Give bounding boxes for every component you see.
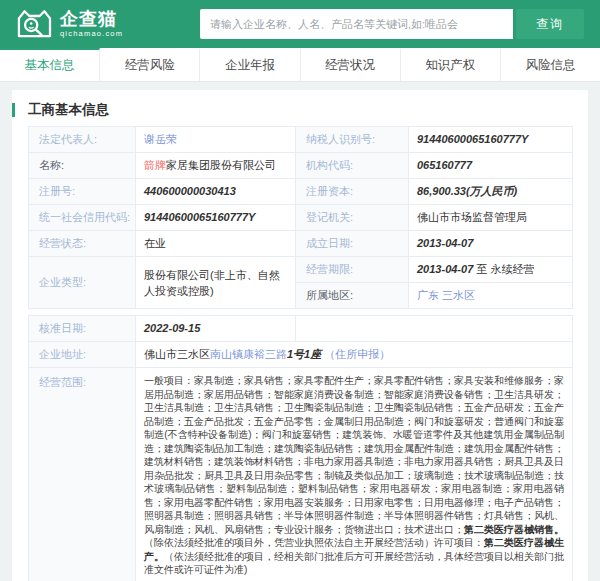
field-value-op-period: 2013-04-07 至 永续经营 (409, 257, 573, 283)
field-label-approval-date: 核准日期: (29, 316, 136, 342)
field-value-taxpayer-id: 91440600065160777Y (409, 127, 573, 153)
field-label-company-name: 名称: (29, 153, 136, 179)
field-label-est-date: 成立日期: (296, 231, 409, 257)
search-bar: 查询 (200, 9, 585, 39)
field-value-org-code: 065160777 (409, 153, 573, 179)
field-label-address: 企业地址: (29, 342, 136, 368)
field-value-credit-code: 91440600065160777Y (136, 205, 296, 231)
tab-basic-info[interactable]: 基本信息 (0, 48, 100, 81)
field-value-address: 佛山市三水区南山镇康裕三路1号1座 （住所申报） (136, 342, 573, 368)
field-label-reg-capital: 注册资本: (296, 179, 409, 205)
address-road-link[interactable]: 南山镇康裕三路 (210, 348, 287, 360)
field-label-op-period: 经营期限: (296, 257, 409, 283)
field-value-est-date: 2013-04-07 (409, 231, 573, 257)
accent-bar (12, 103, 15, 117)
field-label-legal-rep: 法定代表人: (29, 127, 136, 153)
main-content: 工商基本信息 法定代表人: 谢岳荣 纳税人识别号: 91440600065160… (0, 82, 600, 581)
field-value-reg-no: 440600000030413 (136, 179, 296, 205)
field-value-region: 广东 三水区 (409, 283, 573, 309)
tab-bar: 基本信息 经营风险 企业年报 经营状况 知识产权 风险信息 (0, 48, 600, 82)
logo-text: 企查猫 qichamao.com (60, 10, 123, 38)
region-link[interactable]: 广东 三水区 (417, 289, 475, 301)
table-row: 法定代表人: 谢岳荣 纳税人识别号: 91440600065160777Y (29, 127, 573, 153)
scope-medical-sales: 第二类医疗器械销售。 (464, 524, 564, 535)
info-table-primary: 法定代表人: 谢岳荣 纳税人识别号: 91440600065160777Y 名称… (28, 126, 573, 309)
info-table-secondary: 核准日期: 2022-09-15 企业地址: 佛山市三水区南山镇康裕三路1号1座… (28, 315, 573, 581)
logo-domain: qichamao.com (60, 29, 123, 38)
address-part: 佛山市三水区 (144, 348, 210, 360)
field-label-reg-no: 注册号: (29, 179, 136, 205)
address-number: 1号1座 (287, 348, 321, 360)
reg-no-value: 440600000030413 (144, 185, 236, 197)
field-label-business-scope: 经营范围: (29, 368, 136, 581)
page: 企查猫 qichamao.com 查询 基本信息 经营风险 企业年报 经营状况 … (0, 0, 600, 581)
est-date-value: 2013-04-07 (417, 237, 473, 249)
field-value-approval-date: 2022-09-15 (136, 316, 296, 342)
table-row: 经营状态: 在业 成立日期: 2013-04-07 (29, 231, 573, 257)
taxpayer-id-value: 91440600065160777Y (417, 133, 528, 145)
cat-logo-icon (15, 8, 53, 40)
field-value-company-name: 箭牌家居集团股份有限公司 (136, 153, 296, 179)
credit-code-value: 91440600065160777Y (144, 211, 255, 223)
table-row: 名称: 箭牌家居集团股份有限公司 机构代码: 065160777 (29, 153, 573, 179)
field-label-status: 经营状态: (29, 231, 136, 257)
tab-annual-report[interactable]: 企业年报 (200, 48, 300, 81)
field-value-reg-capital: 86,900.33(万人民币) (409, 179, 573, 205)
field-value-company-type: 股份有限公司(非上市、自然人投资或控股) (136, 257, 296, 309)
search-button[interactable]: 查询 (516, 9, 584, 39)
tab-operation-risk[interactable]: 经营风险 (100, 48, 200, 81)
approval-date-value: 2022-09-15 (144, 322, 200, 334)
table-row: 统一社会信用代码: 91440600065160777Y 登记机关: 佛山市市场… (29, 205, 573, 231)
table-row: 企业类型: 股份有限公司(非上市、自然人投资或控股) 经营期限: 2013-04… (29, 257, 573, 283)
op-period-rest: 至 永续经营 (473, 263, 534, 275)
logo-title: 企查猫 (60, 10, 123, 29)
field-value-business-scope: 一般项目：家具制造；家具销售；家具零配件生产；家具零配件销售；家具安装和维修服务… (136, 368, 573, 581)
reg-capital-value: 86,900.33(万人民币) (417, 185, 517, 197)
field-label-credit-code: 统一社会信用代码: (29, 205, 136, 231)
scope-general-items: 一般项目：家具制造；家具销售；家具零配件生产；家具零配件销售；家具安装和维修服务… (144, 375, 564, 535)
table-row: 经营范围: 一般项目：家具制造；家具销售；家具零配件生产；家具零配件销售；家具安… (29, 368, 573, 581)
section-header: 工商基本信息 (12, 100, 572, 120)
empty-cell (296, 316, 573, 342)
field-label-reg-authority: 登记机关: (296, 205, 409, 231)
op-period-date: 2013-04-07 (417, 263, 473, 275)
qichamao-logo[interactable]: 企查猫 qichamao.com (15, 8, 200, 40)
scope-license-note: （除依法须经批准的项目外，凭营业执照依法自主开展经营活动）许可项目： (144, 537, 484, 548)
field-label-taxpayer-id: 纳税人识别号: (296, 127, 409, 153)
info-card: 工商基本信息 法定代表人: 谢岳荣 纳税人识别号: 91440600065160… (12, 90, 588, 581)
field-label-org-code: 机构代码: (296, 153, 409, 179)
field-value-legal-rep: 谢岳荣 (136, 127, 296, 153)
org-code-value: 065160777 (417, 159, 472, 171)
tab-operation-status[interactable]: 经营状况 (301, 48, 401, 81)
address-declaration-link[interactable]: （住所申报） (324, 348, 390, 360)
name-rest: 家居集团股份有限公司 (166, 159, 276, 171)
table-row: 核准日期: 2022-09-15 (29, 316, 573, 342)
tab-intellectual-property[interactable]: 知识产权 (401, 48, 501, 81)
table-row: 注册号: 440600000030413 注册资本: 86,900.33(万人民… (29, 179, 573, 205)
field-label-company-type: 企业类型: (29, 257, 136, 309)
legal-rep-link[interactable]: 谢岳荣 (144, 133, 177, 145)
name-keyword-highlight: 箭牌 (144, 159, 166, 171)
scope-approval-note: （依法须经批准的项目，经相关部门批准后方可开展经营活动，具体经营项目以相关部门批… (144, 551, 564, 576)
tab-risk-info[interactable]: 风险信息 (501, 48, 600, 81)
field-value-status: 在业 (136, 231, 296, 257)
app-header: 企查猫 qichamao.com 查询 (0, 0, 600, 48)
field-label-region: 所属地区: (296, 283, 409, 309)
field-value-reg-authority: 佛山市市场监督管理局 (409, 205, 573, 231)
table-row: 企业地址: 佛山市三水区南山镇康裕三路1号1座 （住所申报） (29, 342, 573, 368)
search-input[interactable] (200, 9, 513, 39)
page-title: 工商基本信息 (28, 101, 109, 119)
